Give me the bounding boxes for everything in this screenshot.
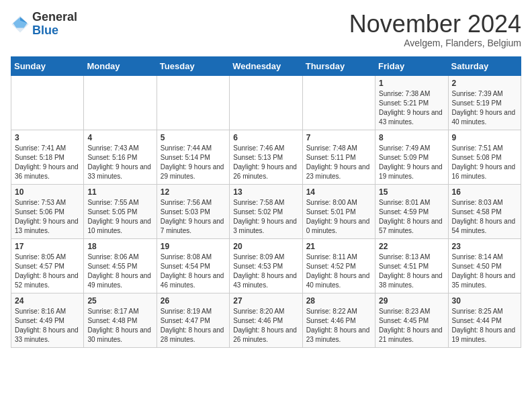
- day-number: 17: [15, 242, 80, 251]
- calendar-cell: 12Sunrise: 7:56 AM Sunset: 5:03 PM Dayli…: [157, 184, 229, 238]
- day-number: 28: [306, 296, 371, 306]
- calendar-cell: [84, 75, 157, 130]
- day-info: Sunrise: 7:51 AM Sunset: 5:08 PM Dayligh…: [452, 144, 517, 181]
- day-info: Sunrise: 8:22 AM Sunset: 4:46 PM Dayligh…: [306, 307, 371, 345]
- logo-general: General: [32, 10, 77, 24]
- day-info: Sunrise: 7:53 AM Sunset: 5:06 PM Dayligh…: [15, 198, 80, 236]
- calendar-cell: 16Sunrise: 8:03 AM Sunset: 4:58 PM Dayli…: [448, 184, 521, 238]
- day-of-week-sunday: Sunday: [11, 56, 84, 75]
- logo-text: General Blue: [32, 11, 77, 38]
- day-info: Sunrise: 7:43 AM Sunset: 5:16 PM Dayligh…: [87, 144, 152, 181]
- day-info: Sunrise: 8:16 AM Sunset: 4:49 PM Dayligh…: [15, 307, 80, 345]
- day-info: Sunrise: 8:13 AM Sunset: 4:51 PM Dayligh…: [379, 253, 444, 290]
- calendar-cell: 22Sunrise: 8:13 AM Sunset: 4:51 PM Dayli…: [375, 238, 448, 293]
- calendar-cell: 18Sunrise: 8:06 AM Sunset: 4:55 PM Dayli…: [84, 238, 157, 293]
- calendar-cell: 24Sunrise: 8:16 AM Sunset: 4:49 PM Dayli…: [11, 293, 84, 347]
- week-row: 3Sunrise: 7:41 AM Sunset: 5:18 PM Daylig…: [11, 130, 521, 184]
- day-number: 14: [306, 187, 371, 197]
- calendar-cell: [302, 75, 375, 130]
- day-number: 16: [452, 187, 517, 197]
- day-info: Sunrise: 7:58 AM Sunset: 5:02 PM Dayligh…: [233, 198, 298, 236]
- day-of-week-wednesday: Wednesday: [230, 56, 302, 75]
- day-info: Sunrise: 7:49 AM Sunset: 5:09 PM Dayligh…: [379, 144, 444, 181]
- day-number: 20: [233, 242, 298, 251]
- calendar-cell: 3Sunrise: 7:41 AM Sunset: 5:18 PM Daylig…: [11, 130, 84, 184]
- calendar-cell: 4Sunrise: 7:43 AM Sunset: 5:16 PM Daylig…: [84, 130, 157, 184]
- day-info: Sunrise: 7:46 AM Sunset: 5:13 PM Dayligh…: [233, 144, 298, 181]
- day-info: Sunrise: 8:14 AM Sunset: 4:50 PM Dayligh…: [452, 253, 517, 290]
- day-of-week-saturday: Saturday: [448, 56, 521, 75]
- calendar-cell: 6Sunrise: 7:46 AM Sunset: 5:13 PM Daylig…: [230, 130, 302, 184]
- day-of-week-thursday: Thursday: [302, 56, 375, 75]
- day-number: 5: [161, 133, 226, 142]
- day-number: 29: [379, 296, 444, 306]
- calendar-cell: 19Sunrise: 8:08 AM Sunset: 4:54 PM Dayli…: [157, 238, 229, 293]
- day-number: 24: [15, 296, 80, 306]
- day-number: 15: [379, 187, 444, 197]
- logo-blue: Blue: [32, 24, 58, 37]
- calendar-cell: 28Sunrise: 8:22 AM Sunset: 4:46 PM Dayli…: [302, 293, 375, 347]
- logo-icon: [11, 15, 30, 34]
- day-number: 12: [161, 187, 226, 197]
- day-number: 9: [452, 133, 517, 142]
- calendar-cell: 14Sunrise: 8:00 AM Sunset: 5:01 PM Dayli…: [302, 184, 375, 238]
- calendar-cell: 7Sunrise: 7:48 AM Sunset: 5:11 PM Daylig…: [302, 130, 375, 184]
- day-number: 1: [379, 79, 444, 88]
- calendar-cell: 2Sunrise: 7:39 AM Sunset: 5:19 PM Daylig…: [448, 75, 521, 130]
- calendar-cell: 29Sunrise: 8:23 AM Sunset: 4:45 PM Dayli…: [375, 293, 448, 347]
- calendar-cell: 1Sunrise: 7:38 AM Sunset: 5:21 PM Daylig…: [375, 75, 448, 130]
- calendar-cell: 17Sunrise: 8:05 AM Sunset: 4:57 PM Dayli…: [11, 238, 84, 293]
- location-subtitle: Avelgem, Flanders, Belgium: [349, 38, 521, 48]
- calendar-body: 1Sunrise: 7:38 AM Sunset: 5:21 PM Daylig…: [11, 75, 521, 347]
- calendar-cell: 10Sunrise: 7:53 AM Sunset: 5:06 PM Dayli…: [11, 184, 84, 238]
- day-number: 3: [15, 133, 80, 142]
- day-of-week-friday: Friday: [375, 56, 448, 75]
- calendar-cell: 9Sunrise: 7:51 AM Sunset: 5:08 PM Daylig…: [448, 130, 521, 184]
- title-area: November 2024 Avelgem, Flanders, Belgium: [349, 11, 521, 48]
- day-info: Sunrise: 8:00 AM Sunset: 5:01 PM Dayligh…: [306, 198, 371, 236]
- day-info: Sunrise: 8:20 AM Sunset: 4:46 PM Dayligh…: [233, 307, 298, 345]
- calendar-cell: [230, 75, 302, 130]
- day-info: Sunrise: 8:03 AM Sunset: 4:58 PM Dayligh…: [452, 198, 517, 236]
- day-number: 6: [233, 133, 298, 142]
- day-info: Sunrise: 8:19 AM Sunset: 4:47 PM Dayligh…: [161, 307, 226, 345]
- day-number: 10: [15, 187, 80, 197]
- day-info: Sunrise: 8:25 AM Sunset: 4:44 PM Dayligh…: [452, 307, 517, 345]
- day-number: 23: [452, 242, 517, 251]
- days-of-week-row: SundayMondayTuesdayWednesdayThursdayFrid…: [11, 56, 521, 75]
- day-number: 13: [233, 187, 298, 197]
- logo: General Blue: [11, 11, 77, 38]
- day-of-week-tuesday: Tuesday: [157, 56, 229, 75]
- day-info: Sunrise: 8:05 AM Sunset: 4:57 PM Dayligh…: [15, 253, 80, 290]
- calendar-cell: 15Sunrise: 8:01 AM Sunset: 4:59 PM Dayli…: [375, 184, 448, 238]
- day-number: 26: [161, 296, 226, 306]
- calendar-cell: 21Sunrise: 8:11 AM Sunset: 4:52 PM Dayli…: [302, 238, 375, 293]
- day-number: 18: [87, 242, 152, 251]
- calendar-cell: 23Sunrise: 8:14 AM Sunset: 4:50 PM Dayli…: [448, 238, 521, 293]
- day-number: 2: [452, 79, 517, 88]
- header: General Blue November 2024 Avelgem, Flan…: [11, 11, 521, 48]
- calendar-cell: 30Sunrise: 8:25 AM Sunset: 4:44 PM Dayli…: [448, 293, 521, 347]
- day-number: 11: [87, 187, 152, 197]
- week-row: 10Sunrise: 7:53 AM Sunset: 5:06 PM Dayli…: [11, 184, 521, 238]
- day-number: 25: [87, 296, 152, 306]
- day-info: Sunrise: 7:55 AM Sunset: 5:05 PM Dayligh…: [87, 198, 152, 236]
- day-info: Sunrise: 7:38 AM Sunset: 5:21 PM Dayligh…: [379, 89, 444, 127]
- day-number: 7: [306, 133, 371, 142]
- day-number: 22: [379, 242, 444, 251]
- calendar-cell: 26Sunrise: 8:19 AM Sunset: 4:47 PM Dayli…: [157, 293, 229, 347]
- day-number: 19: [161, 242, 226, 251]
- day-info: Sunrise: 7:44 AM Sunset: 5:14 PM Dayligh…: [161, 144, 226, 181]
- calendar-cell: 27Sunrise: 8:20 AM Sunset: 4:46 PM Dayli…: [230, 293, 302, 347]
- calendar-header: SundayMondayTuesdayWednesdayThursdayFrid…: [11, 56, 521, 75]
- day-info: Sunrise: 8:23 AM Sunset: 4:45 PM Dayligh…: [379, 307, 444, 345]
- day-info: Sunrise: 8:09 AM Sunset: 4:53 PM Dayligh…: [233, 253, 298, 290]
- day-number: 4: [87, 133, 152, 142]
- calendar: SundayMondayTuesdayWednesdayThursdayFrid…: [11, 56, 521, 348]
- day-info: Sunrise: 8:11 AM Sunset: 4:52 PM Dayligh…: [306, 253, 371, 290]
- day-info: Sunrise: 8:08 AM Sunset: 4:54 PM Dayligh…: [161, 253, 226, 290]
- day-info: Sunrise: 7:39 AM Sunset: 5:19 PM Dayligh…: [452, 89, 517, 127]
- calendar-cell: [157, 75, 229, 130]
- calendar-cell: 20Sunrise: 8:09 AM Sunset: 4:53 PM Dayli…: [230, 238, 302, 293]
- calendar-cell: 25Sunrise: 8:17 AM Sunset: 4:48 PM Dayli…: [84, 293, 157, 347]
